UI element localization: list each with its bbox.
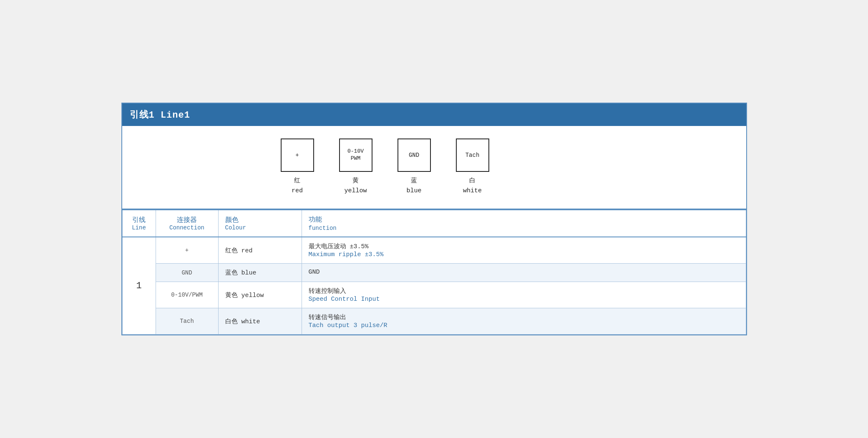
cell-func-speed: 转速控制输入 Speed Control Input [302, 282, 746, 308]
pin-plus-box: + [281, 138, 314, 172]
pin-tach-item: Tach 白 white [456, 138, 489, 196]
header-title: 引线1 Line1 [130, 110, 190, 121]
pin-gnd-en: blue [406, 187, 421, 194]
table-row: Tach 白色 white 转速信号输出 Tach output 3 pulse… [122, 308, 746, 335]
diagram-row: + 红 red 0-10VPWM 黄 yellow GND 蓝 blue [122, 126, 746, 209]
table-header: 引线1 Line1 [122, 103, 746, 126]
pin-tach-zh: 白 [469, 177, 476, 184]
cell-func-ripple: 最大电压波动 ±3.5% Maximum ripple ±3.5% [302, 237, 746, 264]
diagram-pins: + 红 red 0-10VPWM 黄 yellow GND 蓝 blue [281, 138, 489, 196]
cell-conn-gnd: GND [156, 264, 218, 282]
pin-gnd-item: GND 蓝 blue [398, 138, 431, 196]
col-header-line: 引线 Line [122, 210, 156, 237]
pin-gnd-box: GND [398, 138, 431, 172]
pin-tach-en: white [463, 187, 482, 194]
pin-plus-zh: 红 [294, 177, 300, 184]
col-header-connection: 连接器 Connection [156, 210, 218, 237]
cell-colour-red: 红色 red [218, 237, 302, 264]
cell-conn-tach: Tach [156, 308, 218, 335]
table-row: 0-10V/PWM 黄色 yellow 转速控制输入 Speed Control… [122, 282, 746, 308]
pin-pwm-zh: 黄 [352, 177, 359, 184]
cell-line-1: 1 [122, 237, 156, 335]
data-table: 引线 Line 连接器 Connection 颜色 Colour 功能 func… [122, 209, 746, 335]
pin-gnd-zh: 蓝 [411, 177, 417, 184]
pin-tach-box: Tach [456, 138, 489, 172]
pin-pwm-box: 0-10VPWM [339, 138, 372, 172]
main-container: 引线1 Line1 + 红 red 0-10VPWM 黄 yellow [121, 103, 747, 335]
col-header-colour: 颜色 Colour [218, 210, 302, 237]
pin-pwm-item: 0-10VPWM 黄 yellow [339, 138, 372, 196]
pin-tach-label: 白 white [463, 176, 482, 196]
pin-pwm-en: yellow [344, 187, 367, 194]
cell-conn-plus: + [156, 237, 218, 264]
cell-func-tach: 转速信号输出 Tach output 3 pulse/R [302, 308, 746, 335]
table-header-row: 引线 Line 连接器 Connection 颜色 Colour 功能 func… [122, 210, 746, 237]
table-row: 1 + 红色 red 最大电压波动 ±3.5% Maximum ripple ±… [122, 237, 746, 264]
cell-colour-white: 白色 white [218, 308, 302, 335]
col-header-function: 功能 function [302, 210, 746, 237]
cell-colour-blue: 蓝色 blue [218, 264, 302, 282]
table-row: GND 蓝色 blue GND [122, 264, 746, 282]
pin-pwm-label: 黄 yellow [344, 176, 367, 196]
pin-plus-label: 红 red [292, 176, 303, 196]
cell-conn-pwm: 0-10V/PWM [156, 282, 218, 308]
cell-colour-yellow: 黄色 yellow [218, 282, 302, 308]
pin-plus-item: + 红 red [281, 138, 314, 196]
cell-func-gnd: GND [302, 264, 746, 282]
pin-gnd-label: 蓝 blue [406, 176, 421, 196]
pin-plus-en: red [292, 187, 303, 194]
